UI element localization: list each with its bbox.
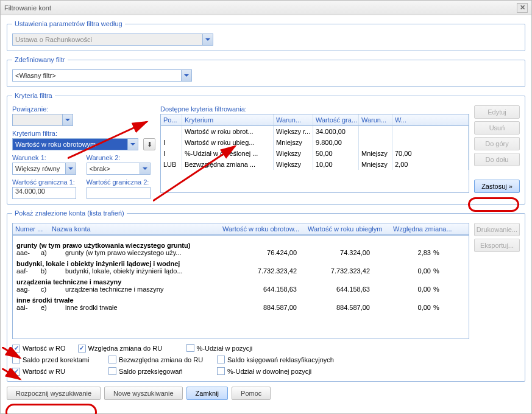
col-v2[interactable]: W...: [392, 114, 469, 125]
group-criteria-legend: Kryteria filtra: [12, 92, 55, 99]
criteria-table: Po... Kryterium Warun... Wartość gra... …: [160, 114, 469, 193]
results-table: Numer ... Nazwa konta Wartość w roku obr…: [12, 223, 469, 236]
cb-before[interactable]: Saldo przed korektami: [12, 356, 89, 363]
criteria-table-header: Po... Kryterium Warun... Wartość gra... …: [161, 114, 469, 126]
table-row[interactable]: I %-Udział w określonej ... Większy 50,0…: [161, 148, 469, 159]
group-settings: Ustawienia parametrów filtra według Usta…: [7, 20, 525, 51]
chevron-down-icon[interactable]: [127, 139, 138, 150]
label-criterion: Kryterium filtra:: [12, 130, 155, 137]
cb-pct-any[interactable]: %-Udział w dowolnej pozycji: [217, 367, 311, 375]
cond1-value: Większy równy: [15, 165, 60, 172]
cb-abs[interactable]: Bezwzględna zmiana do RU: [108, 356, 203, 363]
chevron-down-icon[interactable]: [140, 163, 150, 174]
group-defined-filter-legend: Zdefiniowany filtr: [12, 56, 68, 63]
cb-reklas[interactable]: Saldo księgowań reklasyfikacyjnych: [217, 356, 334, 363]
window-title: Filtrowanie kont: [4, 4, 51, 12]
label-limit2: Wartość graniczna 2:: [87, 178, 156, 186]
group-defined-filter: Zdefiniowany filtr <Własny filtr>: [7, 56, 525, 87]
defined-filter-select[interactable]: <Własny filtr>: [12, 69, 192, 82]
col-krit[interactable]: Kryterium: [182, 114, 274, 125]
checkbox-icon: [108, 367, 116, 375]
label-cond1: Warunek 1:: [12, 154, 82, 161]
table-row[interactable]: I Wartość w roku ubieg... Mniejszy 9.800…: [161, 137, 469, 148]
checkbox-icon: [217, 367, 225, 375]
settings-select[interactable]: Ustawa o Rachunkowości: [12, 33, 213, 46]
settings-select-value: Ustawa o Rachunkowości: [15, 36, 92, 43]
limit1-input[interactable]: 34.000,00: [12, 187, 76, 199]
new-search-button[interactable]: Nowe wyszukiwanie: [104, 387, 182, 400]
defined-filter-value: <Własny filtr>: [15, 72, 56, 79]
print-button[interactable]: Drukowanie...: [474, 223, 520, 236]
chevron-down-icon[interactable]: [181, 70, 191, 81]
help-button[interactable]: Pomoc: [232, 387, 271, 400]
chevron-down-icon[interactable]: [202, 34, 213, 45]
results-table-header: Numer ... Nazwa konta Wartość w roku obr…: [13, 223, 469, 235]
label-limit1: Wartość graniczna 1:: [12, 178, 82, 186]
results-scroll[interactable]: grunty (w tym prawo użytkowania wieczyst…: [12, 236, 469, 339]
label-available: Dostępne kryteria filtrowania:: [160, 105, 469, 113]
col-v1[interactable]: Wartość w roku obrotow...: [220, 223, 305, 234]
list-item[interactable]: aai- e) inne środki trwałe 884.587,00 88…: [16, 304, 465, 311]
checkbox-icon: [12, 345, 20, 353]
col-v2[interactable]: Wartość w roku ubiegłym: [305, 223, 391, 234]
limit2-input[interactable]: [87, 187, 151, 199]
group-settings-legend: Ustawienia parametrów filtra według: [12, 20, 125, 27]
cb-pct-pos[interactable]: %-Udział w pozycji: [186, 344, 253, 352]
col-num[interactable]: Numer ...: [13, 223, 49, 234]
group-heading: inne środki trwałe: [16, 296, 465, 304]
cb-r0[interactable]: Wartość w RO: [12, 345, 66, 353]
download-icon[interactable]: ⬇: [143, 138, 155, 150]
table-row[interactable]: Wartość w roku obrot... Większy r... 34.…: [161, 126, 469, 137]
cb-ru[interactable]: Wartość w RU: [12, 368, 65, 376]
group-heading: urządzenia techniczne i maszyny: [16, 278, 465, 286]
edit-button[interactable]: Edytuj: [474, 105, 520, 119]
chevron-down-icon[interactable]: [62, 114, 73, 125]
delete-button[interactable]: Usuń: [474, 121, 520, 135]
group-heading: budynki, lokale i obiekty inżynierii ląd…: [16, 260, 465, 267]
col-po[interactable]: Po...: [161, 114, 182, 125]
group-heading: grunty (w tym prawo użytkowania wieczyst…: [16, 242, 465, 249]
list-item[interactable]: aae- a) grunty (w tym prawo wieczystego …: [16, 249, 465, 256]
table-row[interactable]: LUB Bezwzględna zmiana ... Większy 10,00…: [161, 159, 469, 170]
cb-rebooked[interactable]: Saldo przeksięgowań: [108, 367, 183, 375]
col-pct[interactable]: Względna zmiana...: [391, 223, 469, 234]
checkbox-icon: [12, 356, 20, 363]
col-name[interactable]: Nazwa konta: [49, 223, 220, 234]
col-v1[interactable]: Wartość gra...: [313, 114, 359, 125]
link-select[interactable]: [12, 114, 73, 126]
cb-rel[interactable]: Względna zmiana do RU: [78, 345, 163, 353]
col-w1[interactable]: Warun...: [274, 114, 313, 125]
annotation-circle: [5, 404, 97, 414]
cond2-select[interactable]: <brak>: [87, 163, 151, 175]
checkbox-icon: [217, 356, 225, 363]
list-item[interactable]: aaf- b) budynki, lokale, obiekty inżynie…: [16, 267, 465, 275]
list-item[interactable]: aag- c) urządzenia techniczne i maszyny …: [16, 286, 465, 293]
group-criteria: Kryteria filtra Powiązanie: Kryterium fi…: [7, 92, 525, 205]
criterion-value: Wartość w roku obrotowym: [15, 141, 96, 148]
checkbox-icon: [108, 356, 116, 363]
group-results: Pokaż znalezione konta (lista trafień) N…: [7, 209, 525, 382]
cond2-value: <brak>: [90, 165, 110, 172]
cond1-select[interactable]: Większy równy: [12, 163, 76, 175]
apply-button[interactable]: Zastosuj »: [474, 180, 520, 193]
checkbox-icon: [78, 345, 86, 353]
criterion-select[interactable]: Wartość w roku obrotowym: [12, 138, 138, 150]
move-up-button[interactable]: Do góry: [474, 137, 520, 150]
label-cond2: Warunek 2:: [87, 154, 156, 161]
close-icon[interactable]: ✕: [517, 3, 528, 13]
col-w2[interactable]: Warun...: [359, 114, 392, 125]
close-button[interactable]: Zamknij: [186, 387, 229, 400]
checkbox-icon: [12, 368, 20, 376]
titlebar: Filtrowanie kont ✕: [1, 1, 531, 15]
limit1-value: 34.000,00: [15, 188, 45, 195]
group-results-legend: Pokaż znalezione konta (lista trafień): [12, 209, 127, 217]
dialog-window: Filtrowanie kont ✕ Ustawienia parametrów…: [0, 0, 532, 414]
checkbox-icon: [186, 344, 194, 352]
start-search-button[interactable]: Rozpocznij wyszukiwanie: [7, 387, 101, 400]
label-link: Powiązanie:: [12, 105, 155, 113]
chevron-down-icon[interactable]: [65, 163, 76, 174]
export-button[interactable]: Eksportuj...: [474, 239, 520, 252]
move-down-button[interactable]: Do dołu: [474, 153, 520, 166]
